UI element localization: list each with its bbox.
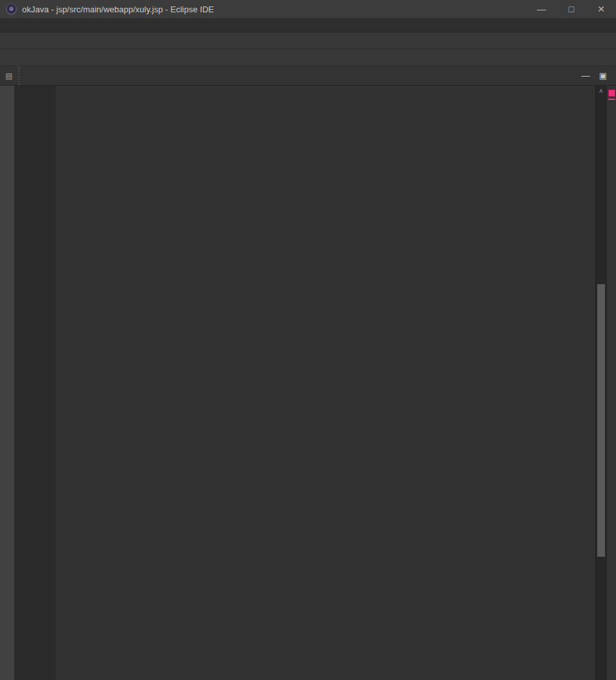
- vertical-scrollbar[interactable]: ˄ ˅: [595, 86, 606, 680]
- menu-bar: [0, 18, 616, 32]
- code-editor[interactable]: [14, 86, 595, 680]
- navigation-toolbar: [0, 49, 616, 66]
- left-view-rail: [0, 86, 14, 680]
- scroll-up-arrow[interactable]: ˄: [596, 86, 606, 96]
- close-window-button[interactable]: ✕: [586, 0, 616, 18]
- editor-tab-bar: ▤ — ▣: [0, 66, 616, 86]
- editor-area-buttons: — ▣: [582, 66, 616, 85]
- maximize-window-button[interactable]: □: [556, 0, 586, 18]
- main-area: ˄ ˅ ‹: [0, 86, 616, 680]
- vertical-scrollbar-thumb[interactable]: [597, 284, 605, 557]
- window-title: okJava - jsp/src/main/webapp/xuly.jsp - …: [22, 5, 214, 14]
- window-controls: — □ ✕: [527, 0, 616, 18]
- minimize-window-button[interactable]: —: [527, 0, 556, 18]
- eclipse-logo-icon: [6, 4, 17, 15]
- error-summary-indicator[interactable]: [608, 90, 615, 97]
- window-titlebar: okJava - jsp/src/main/webapp/xuly.jsp - …: [0, 0, 616, 18]
- minimize-editor-button[interactable]: —: [582, 71, 590, 80]
- main-toolbar: [0, 32, 616, 49]
- overview-ruler: [606, 86, 616, 680]
- minimized-views-stub[interactable]: ▤: [0, 66, 19, 85]
- maximize-editor-button[interactable]: ▣: [599, 71, 607, 80]
